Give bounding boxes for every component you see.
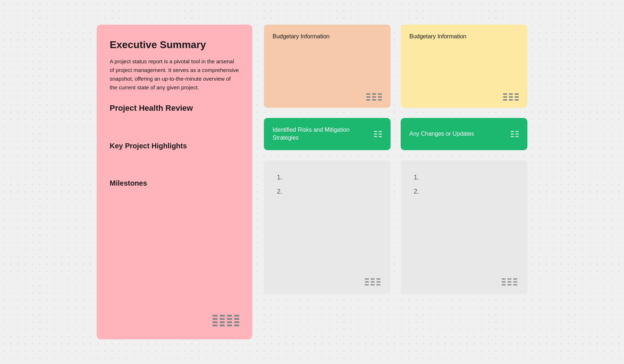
grid-cell [227, 325, 232, 326]
grid-col-4 [234, 315, 239, 326]
grid-cell [502, 284, 506, 285]
grid-cell [513, 284, 517, 285]
risks-list-card: 1. 2. [264, 160, 391, 294]
grid-col [374, 131, 377, 137]
grid-cell [234, 315, 239, 317]
executive-summary-description: A project status report is a pivotal too… [110, 57, 239, 92]
grid-cell [376, 281, 380, 283]
grid-cell [513, 278, 517, 280]
grid-cell [374, 131, 377, 132]
grid-col [372, 93, 376, 101]
key-project-highlights-heading: Key Project Highlights [110, 142, 239, 150]
grid-cell [378, 99, 382, 101]
grid-cell [378, 93, 382, 95]
grid-cell [378, 96, 382, 98]
grid-cell [365, 284, 369, 285]
grid-cell [515, 131, 519, 132]
grid-cell [212, 318, 218, 320]
grid-cell [513, 281, 517, 283]
grid-cell [515, 93, 519, 95]
grid-icon-large [212, 315, 239, 326]
grid-col-1 [212, 315, 218, 326]
grid-cell [371, 281, 375, 283]
list-item-2: 2. [277, 185, 380, 199]
grid-cell [366, 93, 370, 95]
grid-col [507, 278, 511, 285]
grid-cell [371, 284, 375, 285]
budgetary-info-card-yellow: Budgetary Information [401, 25, 527, 108]
grid-cell [220, 321, 225, 323]
grid-cell [372, 93, 376, 95]
grid-icon-bottom-right [502, 278, 517, 285]
grid-col [379, 131, 382, 137]
grid-cell [507, 284, 511, 285]
grid-cell [379, 136, 382, 137]
grid-cell [374, 136, 377, 137]
grid-cell [511, 134, 514, 135]
budgetary-info-yellow-title: Budgetary Information [409, 33, 519, 40]
changes-list-card: 1. 2. [401, 160, 527, 294]
list-item-1: 1. [414, 170, 517, 185]
grid-cell [379, 131, 382, 132]
grid-cell [227, 315, 232, 317]
grid-col [366, 93, 370, 101]
grid-cell [212, 321, 218, 323]
grid-cell [509, 93, 513, 95]
executive-summary-title: Executive Summary [110, 39, 239, 51]
grid-cell [234, 321, 239, 323]
grid-cell [227, 321, 232, 323]
grid-cell [515, 136, 519, 137]
grid-col [515, 93, 519, 101]
risks-list: 1. 2. [277, 170, 380, 199]
grid-col-2 [220, 315, 225, 326]
grid-col-3 [227, 315, 232, 326]
grid-cell [511, 136, 514, 137]
grid-cell [502, 278, 506, 280]
budgetary-info-peach-title: Budgetary Information [273, 33, 382, 40]
grid-cell [503, 96, 507, 98]
grid-cell [507, 278, 511, 280]
grid-cell [509, 99, 513, 101]
grid-cell [511, 131, 514, 132]
grid-col [502, 278, 506, 285]
grid-cell [379, 134, 382, 135]
grid-col [511, 131, 514, 137]
list-item-2: 2. [414, 185, 517, 199]
project-health-review-heading: Project Health Review [110, 103, 239, 113]
milestones-heading: Milestones [110, 179, 239, 187]
left-card: Executive Summary A project status repor… [97, 25, 252, 339]
grid-col [365, 278, 369, 285]
grid-icon-green-right [511, 131, 519, 137]
grid-icon-green-left [374, 131, 382, 137]
grid-col [378, 93, 382, 101]
grid-cell [507, 281, 511, 283]
grid-cell [376, 284, 380, 285]
grid-cell [515, 99, 519, 101]
grid-cell [212, 315, 218, 317]
changes-list: 1. 2. [414, 170, 517, 199]
grid-col [509, 93, 513, 101]
grid-col [503, 93, 507, 101]
grid-cell [220, 315, 225, 317]
grid-cell [503, 93, 507, 95]
grid-icon-peach [366, 93, 382, 101]
grid-col [376, 278, 380, 285]
grid-col [371, 278, 375, 285]
grid-cell [234, 318, 239, 320]
any-changes-header: Any Changes or Updates [401, 118, 527, 150]
grid-cell [212, 325, 218, 326]
right-grid: Budgetary Information [264, 25, 527, 294]
grid-cell [366, 96, 370, 98]
grid-cell [371, 278, 375, 280]
any-changes-title: Any Changes or Updates [409, 130, 474, 138]
grid-cell [515, 134, 519, 135]
grid-cell [515, 96, 519, 98]
grid-col [515, 131, 519, 137]
grid-cell [365, 281, 369, 283]
grid-cell [220, 325, 225, 326]
grid-cell [503, 99, 507, 101]
grid-cell [372, 96, 376, 98]
grid-cell [227, 318, 232, 320]
grid-cell [372, 99, 376, 101]
identified-risks-header: Identified Risks and Mitigation Strategi… [264, 118, 391, 150]
